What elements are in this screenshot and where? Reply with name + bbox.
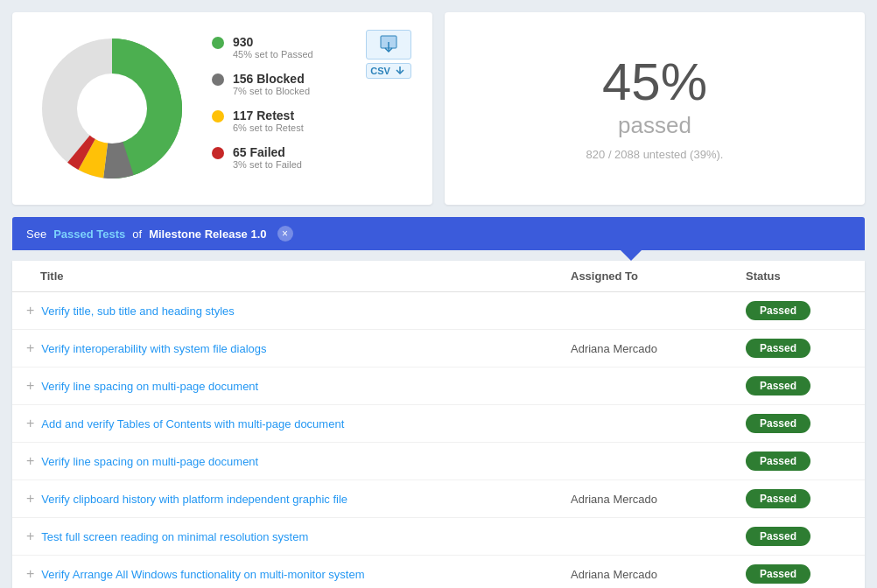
table-row: + Verify Arrange All Windows functionali… — [12, 556, 865, 588]
test-title-link[interactable]: Verify Arrange All Windows functionality… — [41, 568, 364, 581]
status-cell: Passed — [746, 301, 851, 320]
filter-of-text: of — [132, 228, 142, 241]
filter-see-text: See — [26, 228, 46, 241]
chart-card: 930 45% set to Passed 156 Blocked 7% set… — [12, 12, 432, 205]
filter-milestone: Milestone Release 1.0 — [149, 228, 266, 241]
assigned-to-cell: Adriana Mercado — [571, 493, 746, 506]
legend-passed: 930 45% set to Passed — [212, 35, 345, 60]
status-cell: Passed — [746, 527, 851, 546]
expand-icon[interactable]: + — [26, 566, 34, 582]
row-title-cell: + Verify clipboard history with platform… — [26, 491, 571, 507]
expand-icon[interactable]: + — [26, 528, 34, 544]
filter-close-button[interactable]: × — [277, 226, 293, 242]
filter-bar: See Passed Tests of Milestone Release 1.… — [12, 217, 865, 250]
table-row: + Add and verify Tables of Contents with… — [12, 405, 865, 443]
table-body: + Verify title, sub title and heading st… — [12, 292, 865, 588]
table-row: + Test full screen reading on minimal re… — [12, 518, 865, 556]
col-assigned: Assigned To — [571, 270, 746, 283]
status-badge: Passed — [746, 339, 810, 358]
pie-chart — [33, 30, 191, 187]
failed-sub: 3% set to Failed — [233, 159, 302, 170]
untested-label: 820 / 2088 untested (39%). — [586, 148, 724, 161]
legend-section: 930 45% set to Passed 156 Blocked 7% set… — [212, 35, 345, 182]
row-title-cell: + Verify Arrange All Windows functionali… — [26, 566, 571, 582]
test-title-link[interactable]: Test full screen reading on minimal reso… — [41, 530, 308, 543]
table-row: + Verify clipboard history with platform… — [12, 480, 865, 518]
retest-sub: 6% set to Retest — [233, 122, 304, 133]
legend-blocked: 156 Blocked 7% set to Blocked — [212, 72, 345, 96]
table-row: + Verify title, sub title and heading st… — [12, 292, 865, 330]
status-cell: Passed — [746, 489, 851, 508]
svg-point-1 — [77, 74, 147, 144]
status-badge: Passed — [746, 527, 810, 546]
table-header: Title Assigned To Status — [12, 261, 865, 292]
status-badge: Passed — [746, 301, 810, 320]
col-status: Status — [746, 270, 851, 283]
test-title-link[interactable]: Verify title, sub title and heading styl… — [41, 304, 234, 318]
failed-dot — [212, 147, 224, 159]
legend-retest: 117 Retest 6% set to Retest — [212, 108, 345, 133]
row-title-cell: + Verify title, sub title and heading st… — [26, 303, 571, 318]
passed-count: 930 — [233, 35, 313, 49]
table-row: + Verify line spacing on multi-page docu… — [12, 368, 865, 405]
test-title-link[interactable]: Verify interoperability with system file… — [41, 342, 266, 355]
row-title-cell: + Test full screen reading on minimal re… — [26, 528, 571, 544]
stats-card: 45% passed 820 / 2088 untested (39%). — [445, 12, 865, 205]
expand-icon[interactable]: + — [26, 303, 34, 318]
blocked-text: 156 Blocked 7% set to Blocked — [233, 72, 310, 96]
percent-display: 45% — [602, 56, 707, 108]
test-title-link[interactable]: Verify line spacing on multi-page docume… — [41, 380, 258, 393]
row-title-cell: + Verify line spacing on multi-page docu… — [26, 453, 571, 469]
assigned-to-cell: Adriana Mercado — [571, 568, 746, 581]
retest-text: 117 Retest 6% set to Retest — [233, 108, 304, 133]
passed-sub: 45% set to Passed — [233, 49, 313, 60]
status-badge: Passed — [746, 376, 810, 396]
table-row: + Verify interoperability with system fi… — [12, 330, 865, 368]
top-section: 930 45% set to Passed 156 Blocked 7% set… — [0, 0, 877, 217]
table-row: + Verify line spacing on multi-page docu… — [12, 443, 865, 480]
retest-count: 117 Retest — [233, 108, 304, 122]
blocked-sub: 7% set to Blocked — [233, 86, 310, 96]
row-title-cell: + Verify interoperability with system fi… — [26, 340, 571, 356]
blocked-count: 156 Blocked — [233, 72, 310, 86]
status-badge: Passed — [746, 414, 810, 433]
col-title: Title — [26, 270, 571, 283]
export-csv-button[interactable]: CSV — [366, 63, 411, 79]
passed-text: 930 45% set to Passed — [233, 35, 313, 60]
legend-failed: 65 Failed 3% set to Failed — [212, 145, 345, 170]
expand-icon[interactable]: + — [26, 491, 34, 507]
test-title-link[interactable]: Verify line spacing on multi-page docume… — [41, 455, 258, 468]
failed-text: 65 Failed 3% set to Failed — [233, 145, 302, 170]
passed-label: passed — [618, 112, 691, 139]
export-icons: CSV — [366, 30, 411, 79]
test-title-link[interactable]: Verify clipboard history with platform i… — [41, 493, 347, 506]
expand-icon[interactable]: + — [26, 378, 34, 394]
row-title-cell: + Add and verify Tables of Contents with… — [26, 416, 571, 431]
filter-arrow — [621, 250, 642, 261]
status-cell: Passed — [746, 452, 851, 471]
row-title-cell: + Verify line spacing on multi-page docu… — [26, 378, 571, 394]
expand-icon[interactable]: + — [26, 416, 34, 431]
filter-highlight: Passed Tests — [53, 228, 125, 241]
expand-icon[interactable]: + — [26, 340, 34, 356]
expand-icon[interactable]: + — [26, 453, 34, 469]
blocked-dot — [212, 74, 224, 86]
status-cell: Passed — [746, 339, 851, 358]
test-title-link[interactable]: Add and verify Tables of Contents with m… — [41, 417, 344, 430]
failed-count: 65 Failed — [233, 145, 302, 159]
status-cell: Passed — [746, 564, 851, 584]
status-badge: Passed — [746, 564, 810, 584]
status-badge: Passed — [746, 452, 810, 471]
status-badge: Passed — [746, 489, 810, 508]
export-png-button[interactable] — [366, 30, 411, 60]
passed-dot — [212, 37, 224, 49]
status-cell: Passed — [746, 414, 851, 433]
results-table: Title Assigned To Status + Verify title,… — [12, 261, 865, 588]
status-cell: Passed — [746, 376, 851, 396]
assigned-to-cell: Adriana Mercado — [571, 342, 746, 355]
retest-dot — [212, 110, 224, 122]
